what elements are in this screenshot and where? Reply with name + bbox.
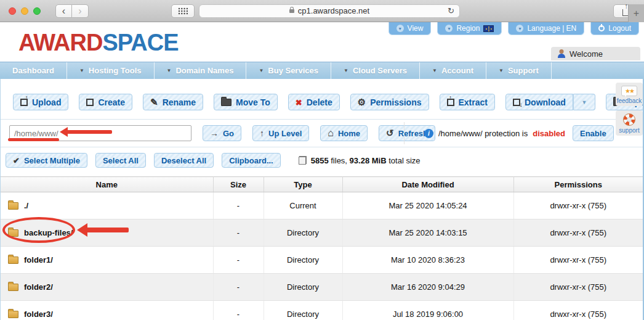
download-label: Download [525, 97, 566, 107]
view-button[interactable]: View [388, 22, 432, 35]
deselect-all-button[interactable]: Deselect All [154, 153, 214, 168]
logo-red-part: AWARD [18, 30, 102, 55]
upload-label: Upload [32, 97, 61, 107]
up-arrow-icon [260, 128, 264, 138]
chevron-down-icon [259, 68, 264, 73]
feedback-stars-icon: ★★ [621, 86, 637, 96]
create-button[interactable]: Create [79, 94, 132, 110]
chevron-down-icon [432, 68, 437, 73]
nav-hosting-tools[interactable]: Hosting Tools [67, 62, 155, 79]
extract-label: Extract [459, 97, 488, 107]
nav-account[interactable]: Account [420, 62, 486, 79]
address-bar[interactable]: cp1.awardspace.net ↻ [199, 4, 460, 18]
enable-button[interactable]: Enable [573, 125, 614, 141]
select-all-button[interactable]: Select All [95, 153, 146, 168]
power-icon [598, 25, 605, 31]
refresh-label: Refresh [398, 129, 428, 138]
table-row[interactable]: folder2/ - Directory Mar 16 2020 9:04:29… [1, 274, 643, 301]
support-badge[interactable]: support [616, 110, 643, 136]
nav-label: Support [508, 66, 539, 75]
file-manager-panel: ↑ Upload Create Rename Move To Delete Pe… [0, 79, 644, 320]
welcome-box[interactable]: Welcome [551, 47, 640, 60]
home-label: Home [338, 129, 360, 138]
file-date: Mar 16 2020 9:04:29 [342, 274, 513, 301]
zoom-window-button[interactable] [33, 7, 41, 15]
quick-nav: View Region Language | EN Logout [388, 22, 639, 35]
support-label: support [619, 127, 639, 134]
chevron-down-icon [445, 25, 453, 32]
go-button[interactable]: Go [203, 125, 241, 141]
folder-icon [8, 284, 18, 291]
browser-back-button[interactable]: ‹ [55, 4, 72, 18]
permissions-label: Permissions [370, 97, 421, 107]
reload-icon[interactable]: ↻ [448, 6, 454, 15]
feedback-badge[interactable]: ★★ feedback [616, 83, 643, 106]
nav-cloud-servers[interactable]: Cloud Servers [331, 62, 420, 79]
download-button[interactable]: ↓ Download [505, 94, 573, 110]
table-row[interactable]: ./ - Current Mar 25 2020 14:05:24 drwxr-… [1, 192, 643, 219]
pencil-icon [150, 97, 158, 108]
minimize-window-button[interactable] [21, 7, 28, 15]
red-underline-annotation [8, 138, 59, 141]
file-permissions: drwxr-xr-x (755) [513, 219, 643, 247]
column-header-date[interactable]: Date Modified [342, 177, 513, 192]
new-tab-button[interactable]: + [628, 4, 644, 22]
main-nav: Dashboard Hosting Tools Domain Names Buy… [0, 62, 644, 79]
permissions-button[interactable]: Permissions [350, 94, 429, 110]
select-multiple-button[interactable]: Select Multiple [6, 153, 87, 168]
nav-support[interactable]: Support [486, 62, 552, 79]
column-header-permissions[interactable]: Permissions [513, 177, 643, 192]
clipboard-button[interactable]: Clipboard... [222, 153, 281, 168]
home-button[interactable]: Home [320, 125, 368, 141]
nav-label: Cloud Servers [353, 66, 407, 75]
red-arrow-annotation-path [60, 127, 112, 137]
red-circle-annotation [2, 217, 75, 243]
file-permissions: drwxr-xr-x (755) [513, 274, 643, 301]
nav-label: Account [441, 66, 473, 75]
up-level-button[interactable]: Up Level [252, 125, 309, 141]
logout-button[interactable]: Logout [590, 22, 639, 35]
column-header-type[interactable]: Type [264, 177, 342, 192]
browser-forward-button[interactable]: › [72, 4, 89, 18]
region-button[interactable]: Region [437, 22, 502, 35]
delete-button[interactable]: Delete [288, 94, 340, 110]
language-label: Language | EN [527, 24, 576, 33]
upload-button[interactable]: ↑ Upload [13, 94, 68, 110]
move-to-button[interactable]: Move To [214, 94, 278, 110]
extract-button[interactable]: ↑ Extract [440, 94, 495, 110]
nav-label: Dashboard [12, 66, 54, 75]
rename-button[interactable]: Rename [143, 94, 203, 110]
column-header-name[interactable]: Name [1, 177, 213, 192]
window-controls [9, 7, 41, 15]
file-name[interactable]: folder1/ [24, 255, 53, 265]
file-name[interactable]: folder3/ [24, 310, 53, 319]
welcome-label: Welcome [570, 49, 603, 59]
column-header-size[interactable]: Size [213, 177, 264, 192]
file-name[interactable]: folder2/ [24, 282, 53, 292]
nav-dashboard[interactable]: Dashboard [0, 62, 67, 79]
nav-buy-services[interactable]: Buy Services [246, 62, 331, 79]
file-date: Mar 25 2020 14:03:15 [342, 219, 513, 247]
life-ring-icon [623, 113, 635, 126]
close-window-button[interactable] [9, 7, 16, 15]
select-multiple-label: Select Multiple [24, 156, 80, 165]
browser-chrome: ‹ › cp1.awardspace.net ↻ + [0, 0, 644, 22]
awardspace-logo: AWARDSPACE [18, 31, 179, 54]
chevron-down-icon [344, 68, 348, 73]
browser-tab-overview-button[interactable] [171, 4, 195, 18]
move-to-label: Move To [236, 97, 270, 107]
lock-icon [289, 9, 294, 13]
table-row[interactable]: folder3/ - Directory Jul 18 2019 9:06:00… [1, 301, 643, 320]
file-size: - [213, 301, 264, 320]
download-dropdown-button[interactable] [573, 94, 595, 110]
up-level-label: Up Level [268, 129, 302, 138]
info-icon [424, 129, 433, 138]
file-date: Mar 25 2020 14:05:24 [342, 192, 513, 219]
folder-icon [8, 202, 18, 210]
nav-domain-names[interactable]: Domain Names [155, 62, 247, 79]
table-row[interactable]: folder1/ - Directory Mar 10 2020 8:36:23… [1, 247, 643, 274]
file-size: - [213, 247, 264, 274]
clipboard-label: Clipboard... [229, 156, 273, 165]
language-button[interactable]: Language | EN [508, 22, 584, 35]
file-name[interactable]: ./ [24, 201, 28, 210]
